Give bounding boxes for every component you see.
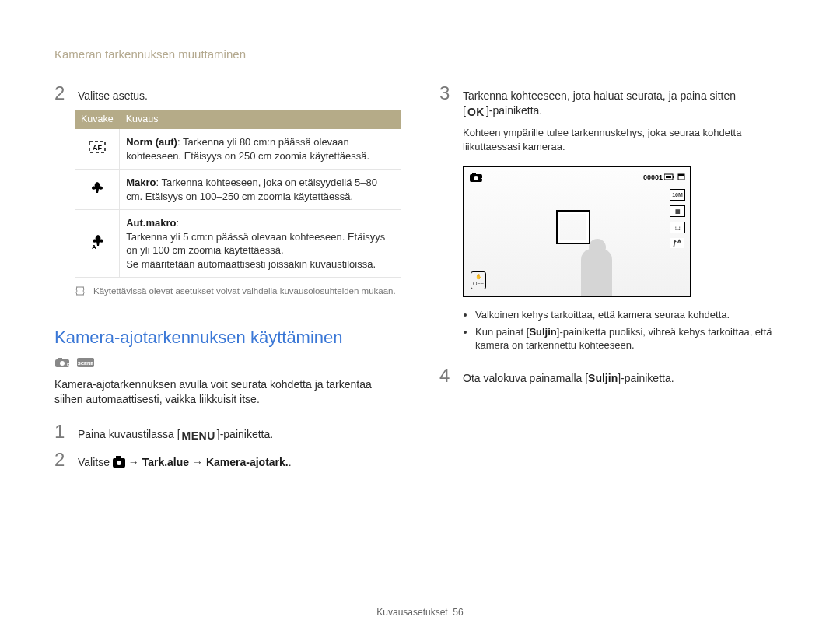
svg-rect-17 (678, 174, 684, 176)
table-cell-desc: Makro: Tarkenna kohteeseen, joka on etäi… (120, 170, 401, 210)
viewfinder-preview: P 00001 (463, 166, 691, 297)
shutter-key: Suljin (588, 372, 618, 384)
scene-icon: SCENE (76, 357, 95, 368)
svg-text:SCENE: SCENE (77, 361, 93, 366)
section-title: Kamera-ajotarkennuksen käyttäminen (54, 326, 401, 349)
table-row: A Aut.makro: Tarkenna yli 5 cm:n päässä … (75, 210, 401, 278)
row-text: : Tarkenna kohteeseen, joka on etäisyyde… (126, 177, 377, 202)
arrow: → (125, 456, 142, 468)
footnote: Käytettävissä olevat asetukset voivat va… (75, 285, 401, 298)
svg-point-11 (474, 176, 478, 180)
row-title: Makro (126, 177, 156, 188)
step-number: 4 (439, 365, 453, 385)
breadcrumb: Kameran tarkennuksen muuttaminen (54, 47, 786, 62)
indicator-flash-auto: ƒᴬ (670, 238, 684, 248)
svg-point-5 (60, 361, 65, 366)
list-item: Kun painat [Suljin]-painiketta puoliksi,… (475, 325, 786, 352)
step-3-sub: Kohteen ympärille tulee tarkennuskehys, … (463, 126, 786, 153)
arrow: → (189, 456, 206, 468)
focus-options-table: Kuvake Kuvaus AF Norm (aut): Tar (75, 110, 401, 278)
step-3: 3 Tarkenna kohteeseen, jota haluat seura… (439, 82, 786, 120)
step-text: Ota valokuva painamalla [Suljin]-painike… (463, 368, 786, 386)
table-cell-desc: Aut.makro: Tarkenna yli 5 cm:n päässä ol… (120, 210, 401, 278)
svg-rect-15 (666, 176, 671, 178)
camera-p-icon: P (469, 172, 483, 183)
af-normal-icon: AF (75, 129, 120, 170)
text: Paina kuvaustilassa [ (78, 428, 180, 440)
indicator-grid: ▦ (670, 205, 685, 217)
step-2: 2 Valitse asetus. (54, 82, 401, 103)
shutter-key: Suljin (529, 326, 556, 338)
page: Kameran tarkennuksen muuttaminen 2 Valit… (0, 0, 840, 634)
counter-value: 00001 (643, 173, 663, 181)
table-cell-desc: Norm (aut): Tarkenna yli 80 cm:n päässä … (120, 129, 401, 170)
row-title: Aut.makro (126, 217, 176, 229)
ok-key: OK (466, 105, 486, 120)
camera-p-icon: P (54, 357, 70, 368)
step-text: Paina kuvaustilassa [MENU]-painiketta. (78, 424, 401, 443)
step-number: 2 (54, 449, 68, 469)
table-row: Makro: Tarkenna kohteeseen, joka on etäi… (75, 170, 401, 210)
indicator-16m: 16M (670, 189, 685, 201)
svg-rect-14 (673, 176, 674, 178)
table-row: AF Norm (aut): Tarkenna yli 80 cm:n pääs… (75, 129, 401, 170)
viewfinder-notes: Valkoinen kehys tarkoittaa, että kamera … (463, 308, 786, 352)
two-column-layout: 2 Valitse asetus. Kuvake Kuvaus (54, 82, 786, 476)
focus-frame (556, 210, 590, 244)
section-description: Kamera-ajotarkennuksen avulla voit seura… (54, 377, 401, 407)
note-icon (75, 285, 86, 296)
text: ]-painiketta. (486, 104, 542, 117)
step-number: 3 (439, 82, 453, 103)
svg-text:P: P (481, 177, 483, 182)
step-4: 4 Ota valokuva painamalla [Suljin]-paini… (439, 365, 786, 386)
svg-rect-10 (472, 173, 476, 175)
menu-key: MENU (180, 429, 217, 443)
right-column: 3 Tarkenna kohteeseen, jota haluat seura… (439, 82, 786, 476)
step-text: Tarkenna kohteeseen, jota haluat seurata… (463, 86, 786, 120)
page-footer: Kuvausasetukset 56 (0, 606, 840, 618)
viewfinder-right-indicators: 16M ▦ ⬚ ƒᴬ (670, 189, 685, 248)
footnote-text: Käytettävissä olevat asetukset voivat va… (93, 285, 396, 298)
indicator-frame: ⬚ (670, 222, 685, 233)
svg-text:P: P (67, 363, 70, 367)
left-column: 2 Valitse asetus. Kuvake Kuvaus (54, 82, 401, 476)
table-head-desc: Kuvaus (120, 110, 401, 129)
text: ]-painiketta. (618, 372, 674, 384)
step-number: 1 (54, 421, 68, 441)
menu-path-b: Kamera-ajotark. (206, 456, 289, 468)
mode-icons: P SCENE (54, 356, 401, 370)
svg-text:A: A (92, 243, 96, 250)
viewfinder-counter: 00001 (643, 173, 685, 182)
table-head-icon: Kuvake (75, 110, 120, 129)
text: Tarkenna kohteeseen, jota haluat seurata… (463, 89, 736, 102)
step-2b: 2 Valitse → Tark.alue → Kamera-ajotark.. (54, 449, 401, 470)
text: Ota valokuva painamalla [ (463, 372, 588, 384)
menu-path-a: Tark.alue (142, 456, 189, 468)
svg-text:AF: AF (93, 144, 102, 152)
text: Valitse (78, 456, 113, 468)
footer-page: 56 (453, 607, 463, 618)
step-number: 2 (54, 82, 68, 103)
macro-icon (75, 170, 120, 210)
auto-macro-icon: A (75, 210, 120, 278)
viewfinder-top-row: P 00001 (469, 172, 685, 183)
step-1: 1 Paina kuvaustilassa [MENU]-painiketta. (54, 421, 401, 443)
row-title: Norm (aut) (126, 136, 177, 148)
step-text: Valitse → Tark.alue → Kamera-ajotark.. (78, 452, 401, 470)
text: ]-painiketta. (217, 428, 273, 440)
svg-rect-4 (58, 358, 62, 360)
text: . (289, 456, 292, 468)
footer-section: Kuvausasetukset (376, 607, 447, 618)
camera-icon (113, 458, 125, 468)
ois-off-icon: ✋ OFF (471, 271, 486, 289)
list-item: Valkoinen kehys tarkoittaa, että kamera … (475, 308, 786, 322)
step-text: Valitse asetus. (78, 86, 401, 103)
